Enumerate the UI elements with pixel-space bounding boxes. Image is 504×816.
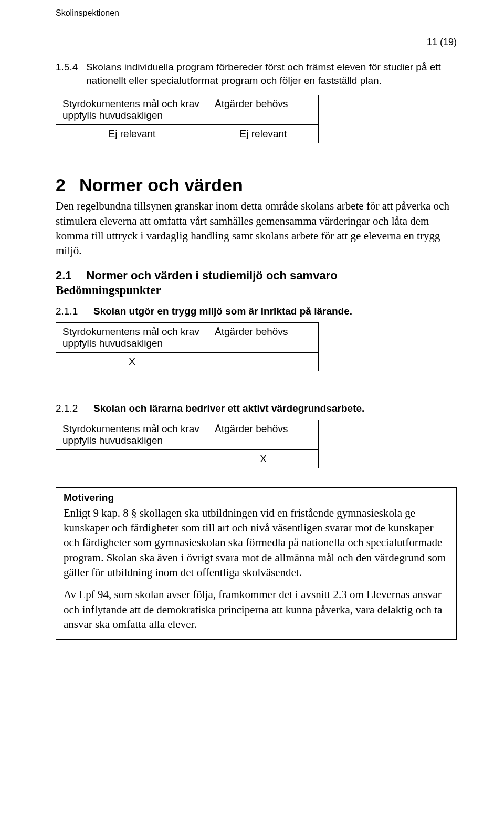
table-header-a: Styrdokumentens mål och krav uppfylls hu… <box>56 322 208 352</box>
table-value-b <box>208 352 319 371</box>
table-header-a: Styrdokumentens mål och krav uppfylls hu… <box>56 95 208 125</box>
assessment-table-2-1-1: Styrdokumentens mål och krav uppfylls hu… <box>56 322 319 371</box>
item-1-5-4: 1.5.4 Skolans individuella program förbe… <box>56 60 457 87</box>
item-text: Skolans individuella program förbereder … <box>86 60 457 87</box>
section-2-1-heading: 2.1 Normer och värden i studiemiljö och … <box>56 269 457 283</box>
table-header-a: Styrdokumentens mål och krav uppfylls hu… <box>56 420 208 449</box>
section-2-heading: 2 Normer och värden <box>56 175 457 195</box>
table-value-b: Ej relevant <box>208 125 319 143</box>
page: Skolinspektionen 11 (19) 1.5.4 Skolans i… <box>0 0 504 816</box>
motivering-box: Motivering Enligt 9 kap. 8 § skollagen s… <box>56 487 457 640</box>
section-title: Normer och värden <box>79 175 243 195</box>
table-value-a <box>56 449 208 468</box>
item-number: 1.5.4 <box>56 60 86 87</box>
item-text: Skolan utgör en trygg miljö som är inrik… <box>93 306 457 317</box>
assessment-table-1-5-4: Styrdokumentens mål och krav uppfylls hu… <box>56 95 319 143</box>
table-value-a: X <box>56 352 208 371</box>
assessment-table-2-1-2: Styrdokumentens mål och krav uppfylls hu… <box>56 420 319 468</box>
table-header-b: Åtgärder behövs <box>208 95 319 125</box>
bedomningspunkter-heading: Bedömningspunkter <box>56 284 457 297</box>
page-number: 11 (19) <box>56 37 457 48</box>
org-name: Skolinspektionen <box>56 8 457 18</box>
subsection-title: Normer och värden i studiemiljö och samv… <box>87 269 338 283</box>
section-number: 2 <box>56 175 66 195</box>
motivering-paragraph-2: Av Lpf 94, som skolan avser följa, framk… <box>64 587 449 632</box>
item-text: Skolan och lärarna bedriver ett aktivt v… <box>93 403 457 414</box>
motivering-paragraph-1: Enligt 9 kap. 8 § skollagen ska utbildni… <box>64 506 449 580</box>
table-value-a: Ej relevant <box>56 125 208 143</box>
item-2-1-2: 2.1.2 Skolan och lärarna bedriver ett ak… <box>56 403 457 414</box>
table-header-b: Åtgärder behövs <box>208 420 319 449</box>
table-value-b: X <box>208 449 319 468</box>
subsection-number: 2.1 <box>56 269 72 283</box>
item-2-1-1: 2.1.1 Skolan utgör en trygg miljö som är… <box>56 306 457 317</box>
item-number: 2.1.2 <box>56 403 87 414</box>
item-number: 2.1.1 <box>56 306 87 317</box>
section-2-intro: Den regelbundna tillsynen granskar inom … <box>56 198 457 258</box>
table-header-b: Åtgärder behövs <box>208 322 319 352</box>
motivering-title: Motivering <box>64 492 449 504</box>
